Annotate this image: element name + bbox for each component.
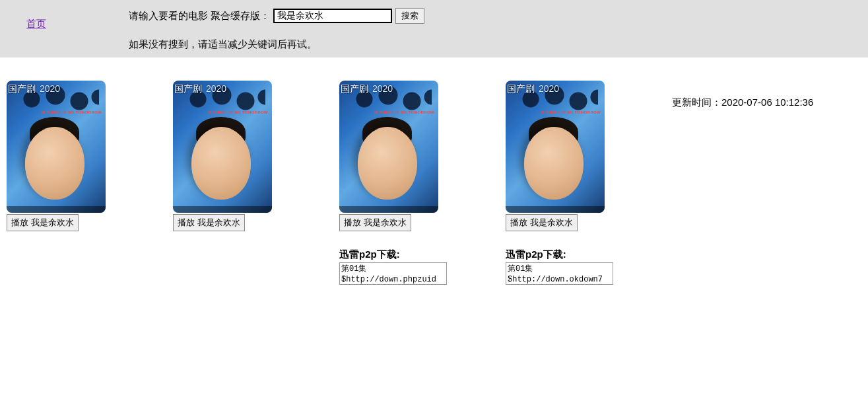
year-badge: 2020 bbox=[206, 83, 226, 94]
home-link[interactable]: 首页 bbox=[26, 18, 46, 30]
search-row: 请输入要看的电影 聚合缓存版： 搜索 bbox=[129, 8, 424, 24]
movie-card: IF THERE IS NO TOMORROW 国产剧 2020 播放 我是余欢… bbox=[173, 81, 339, 287]
year-badge: 2020 bbox=[40, 83, 60, 94]
search-prompt: 请输入要看的电影 聚合缓存版： bbox=[129, 10, 270, 22]
play-button[interactable]: 播放 我是余欢水 bbox=[506, 214, 578, 231]
download-label: 迅雷p2p下载: bbox=[506, 248, 672, 261]
download-label: 迅雷p2p下载: bbox=[339, 248, 506, 261]
movie-card: IF THERE IS NO TOMORROW 国产剧 2020 播放 我是余欢… bbox=[339, 81, 506, 287]
play-button[interactable]: 播放 我是余欢水 bbox=[173, 214, 245, 231]
search-input[interactable] bbox=[273, 9, 392, 23]
play-button[interactable]: 播放 我是余欢水 bbox=[7, 214, 79, 231]
update-time: 更新时间：2020-07-06 10:12:36 bbox=[672, 96, 813, 287]
movie-poster[interactable]: IF THERE IS NO TOMORROW 国产剧 2020 bbox=[506, 81, 605, 213]
category-badge: 国产剧 bbox=[341, 83, 368, 95]
search-hint: 如果没有搜到，请适当减少关键词后再试。 bbox=[129, 38, 424, 51]
header-bar: 首页 请输入要看的电影 聚合缓存版： 搜索 如果没有搜到，请适当减少关键词后再试… bbox=[0, 0, 868, 57]
year-badge: 2020 bbox=[372, 83, 393, 94]
movie-card: IF THERE IS NO TOMORROW 国产剧 2020 播放 我是余欢… bbox=[506, 81, 672, 287]
year-badge: 2020 bbox=[539, 83, 559, 94]
movie-poster[interactable]: IF THERE IS NO TOMORROW 国产剧 2020 bbox=[339, 81, 438, 213]
movie-poster[interactable]: IF THERE IS NO TOMORROW 国产剧 2020 bbox=[173, 81, 272, 213]
play-button[interactable]: 播放 我是余欢水 bbox=[339, 214, 411, 231]
download-textarea[interactable] bbox=[339, 262, 447, 285]
search-button[interactable]: 搜索 bbox=[395, 8, 424, 24]
category-badge: 国产剧 bbox=[507, 83, 535, 95]
movie-poster[interactable]: IF THERE IS NO TOMORROW 国产剧 2020 bbox=[7, 81, 106, 213]
category-badge: 国产剧 bbox=[8, 83, 36, 95]
category-badge: 国产剧 bbox=[174, 83, 202, 95]
movie-card: IF THERE IS NO TOMORROW 国产剧 2020 播放 我是余欢… bbox=[7, 81, 173, 287]
download-textarea[interactable] bbox=[506, 262, 613, 285]
results-area: IF THERE IS NO TOMORROW 国产剧 2020 播放 我是余欢… bbox=[0, 57, 868, 293]
